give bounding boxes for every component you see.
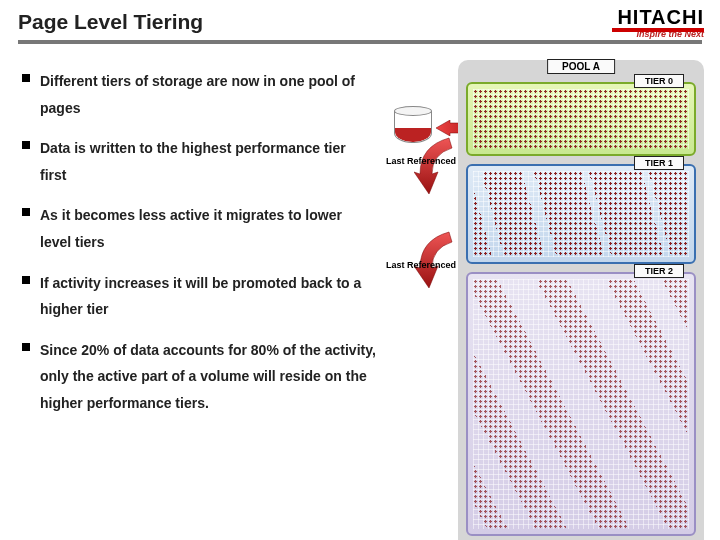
page-cells-icon [473, 89, 689, 149]
tier-label: TIER 2 [634, 264, 684, 278]
diagram-area: Last Referenced Last Referenced POOL A T… [376, 62, 704, 431]
slide-title: Page Level Tiering [18, 10, 702, 34]
page-cells-icon [473, 279, 689, 529]
tier-0-block: TIER 0 [466, 82, 696, 156]
brand-logo: HITACHI Inspire the Next [617, 6, 704, 39]
page-cells-icon [473, 171, 689, 257]
bullet-item: Data is written to the highest performan… [22, 135, 376, 188]
reference-label: Last Referenced [386, 156, 456, 166]
tier-1-block: TIER 1 [466, 164, 696, 264]
bullet-item: If activity increases it will be promote… [22, 270, 376, 323]
reference-label: Last Referenced [386, 260, 456, 270]
storage-pool: POOL A TIER 0 TIER 1 TIER 2 [458, 60, 704, 540]
logo-accent-bar [612, 28, 704, 32]
tier-label: TIER 0 [634, 74, 684, 88]
logo-wordmark: HITACHI [617, 6, 704, 29]
slide-body: Different tiers of storage are now in on… [0, 50, 720, 431]
pool-name-label: POOL A [547, 59, 615, 74]
tier-2-block: TIER 2 [466, 272, 696, 536]
slide-header: Page Level Tiering HITACHI Inspire the N… [0, 0, 720, 50]
bullet-item: As it becomes less active it migrates to… [22, 202, 376, 255]
bullet-column: Different tiers of storage are now in on… [16, 62, 376, 431]
title-underline [18, 40, 702, 44]
arrow-migrate-down-icon [414, 136, 454, 196]
bullet-item: Different tiers of storage are now in on… [22, 68, 376, 121]
bullet-list: Different tiers of storage are now in on… [22, 68, 376, 417]
tier-label: TIER 1 [634, 156, 684, 170]
bullet-item: Since 20% of data accounts for 80% of th… [22, 337, 376, 417]
